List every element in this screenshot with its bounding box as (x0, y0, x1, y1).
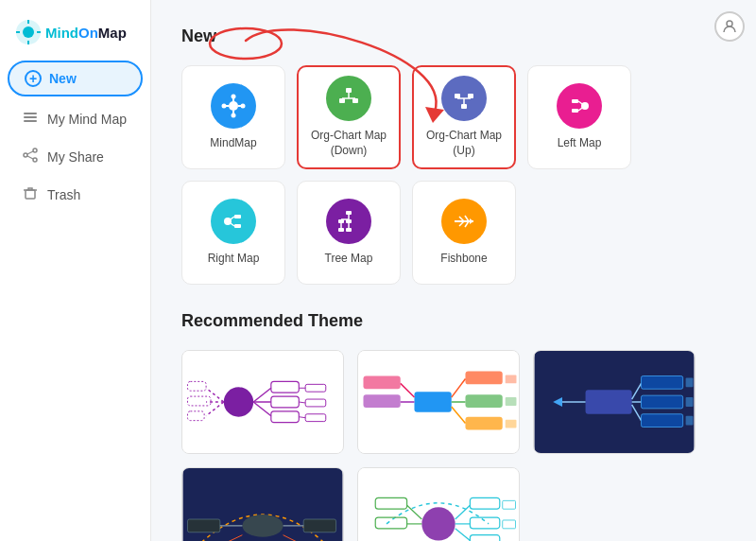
svg-point-66 (224, 387, 253, 416)
svg-point-10 (24, 153, 27, 157)
svg-rect-92 (465, 372, 502, 385)
svg-point-25 (232, 113, 236, 118)
svg-rect-97 (506, 375, 517, 384)
mindmap-icon (211, 83, 256, 129)
svg-rect-99 (506, 420, 517, 428)
svg-point-9 (33, 148, 37, 152)
svg-rect-107 (641, 414, 682, 428)
svg-point-16 (727, 21, 732, 26)
svg-rect-101 (586, 390, 632, 414)
svg-point-24 (232, 95, 236, 99)
right-map-label: Right Map (208, 252, 260, 267)
svg-rect-93 (465, 394, 502, 408)
map-card-right-map[interactable]: Right Map (181, 181, 285, 285)
svg-rect-108 (686, 377, 694, 387)
svg-rect-6 (24, 113, 37, 114)
recommended-theme-title: Recommended Theme (181, 311, 726, 331)
svg-point-114 (242, 515, 283, 537)
sidebar: MindOnMap + New My Mind Map My Share Tra… (0, 0, 151, 541)
left-map-icon (557, 83, 602, 129)
svg-rect-28 (346, 88, 352, 93)
main-content: New MindMap (151, 0, 756, 541)
theme-preview-2 (358, 351, 519, 453)
map-card-left-map[interactable]: Left Map (527, 65, 631, 169)
svg-rect-54 (346, 228, 352, 232)
svg-line-12 (27, 151, 33, 154)
logo-icon (15, 19, 42, 45)
map-card-tree-map[interactable]: Tree Map (297, 181, 401, 285)
svg-point-19 (229, 101, 238, 111)
sidebar-item-label-trash: Trash (47, 187, 80, 202)
svg-rect-14 (26, 190, 35, 199)
theme-preview-5 (358, 468, 519, 541)
theme-card-1[interactable] (181, 350, 344, 454)
theme-preview-3 (534, 351, 695, 453)
svg-point-11 (33, 158, 37, 162)
svg-rect-116 (303, 519, 335, 532)
sidebar-item-label-share: My Share (47, 149, 104, 165)
svg-point-1 (23, 26, 34, 38)
svg-rect-46 (234, 215, 241, 218)
svg-rect-50 (346, 211, 352, 215)
user-avatar[interactable] (714, 11, 745, 42)
svg-rect-86 (414, 392, 451, 412)
new-button[interactable]: + New (8, 61, 143, 96)
share-icon (23, 148, 38, 166)
theme-card-5[interactable] (357, 467, 520, 541)
new-section-title: New (181, 26, 726, 46)
svg-rect-94 (465, 417, 502, 430)
svg-rect-8 (24, 120, 37, 122)
theme-card-4[interactable] (181, 467, 344, 541)
svg-rect-106 (641, 395, 682, 409)
svg-rect-98 (506, 397, 517, 406)
theme-preview-1 (182, 351, 343, 453)
svg-rect-115 (187, 519, 219, 532)
org-chart-up-label: Org-Chart Map (Up) (414, 129, 514, 158)
svg-rect-41 (572, 99, 578, 103)
svg-rect-47 (234, 224, 241, 228)
org-chart-down-label: Org-Chart Map (Down) (311, 129, 387, 158)
svg-point-27 (241, 104, 246, 109)
theme-card-3[interactable] (533, 350, 696, 454)
mindmap-label: MindMap (210, 136, 256, 151)
fishbone-label: Fishbone (440, 252, 487, 267)
map-card-fishbone[interactable]: Fishbone (412, 181, 516, 285)
map-card-org-chart-down[interactable]: Org-Chart Map (Down) (297, 65, 401, 169)
map-card-mindmap[interactable]: MindMap (181, 65, 285, 169)
logo-text: MindOnMap (45, 25, 127, 41)
org-chart-down-icon (326, 76, 371, 121)
svg-rect-42 (572, 109, 578, 113)
svg-rect-7 (24, 116, 37, 118)
left-map-label: Left Map (558, 136, 602, 151)
svg-point-26 (222, 104, 227, 109)
new-button-label: New (49, 71, 77, 86)
trash-icon (23, 185, 38, 204)
tree-map-label: Tree Map (325, 252, 373, 267)
sidebar-item-trash[interactable]: Trash (0, 176, 150, 214)
map-type-grid: MindMap Org-Chart Map (Down) (181, 65, 726, 285)
svg-point-124 (421, 507, 455, 540)
theme-grid (181, 350, 726, 541)
svg-rect-110 (686, 416, 694, 426)
org-chart-up-icon (441, 76, 487, 121)
svg-line-13 (27, 156, 33, 159)
svg-rect-96 (363, 394, 400, 408)
sidebar-item-my-mind-map[interactable]: My Mind Map (0, 100, 150, 138)
theme-preview-4 (182, 468, 343, 541)
theme-card-2[interactable] (357, 350, 520, 454)
sidebar-item-label-mind-map: My Mind Map (47, 112, 127, 127)
svg-rect-95 (363, 376, 400, 390)
svg-rect-109 (686, 397, 694, 407)
svg-rect-105 (641, 376, 682, 390)
logo: MindOnMap (0, 11, 150, 61)
svg-rect-35 (461, 104, 467, 109)
mind-map-icon (23, 110, 38, 129)
svg-marker-64 (470, 218, 473, 224)
svg-rect-53 (338, 228, 344, 232)
tree-map-icon (326, 199, 371, 244)
map-card-org-chart-up[interactable]: Org-Chart Map (Up) (412, 65, 516, 169)
fishbone-icon (441, 199, 487, 244)
plus-icon: + (25, 70, 42, 87)
sidebar-item-my-share[interactable]: My Share (0, 138, 150, 176)
right-map-icon (211, 199, 256, 244)
